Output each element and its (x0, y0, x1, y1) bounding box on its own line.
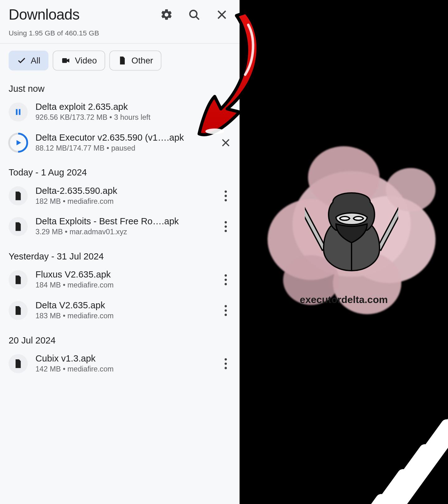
resume-icon[interactable] (9, 133, 28, 152)
chip-other[interactable]: Other (110, 51, 161, 71)
check-icon (17, 56, 26, 65)
more-icon[interactable] (218, 302, 234, 318)
svg-point-13 (225, 190, 227, 192)
file-meta: 926.56 KB/173.72 MB • 3 hours left (35, 113, 210, 122)
file-row[interactable]: Delta V2.635.apk 183 MB • mediafire.com (0, 295, 240, 326)
chip-all[interactable]: All (9, 51, 49, 71)
svg-point-27 (225, 367, 227, 369)
more-icon[interactable] (218, 272, 234, 287)
chip-label: Video (75, 56, 97, 66)
file-name: Delta Exploits - Best Free Ro….apk (35, 216, 210, 226)
svg-point-26 (225, 362, 227, 365)
svg-point-20 (225, 278, 227, 281)
group-justnow: Just now (0, 74, 240, 96)
svg-point-15 (225, 199, 227, 201)
header: Downloads (0, 0, 240, 25)
svg-rect-6 (19, 109, 20, 115)
svg-point-14 (225, 194, 227, 197)
group-today: Today - 1 Aug 2024 (0, 158, 240, 180)
chip-label: All (31, 56, 40, 66)
pause-icon[interactable] (9, 102, 28, 121)
chip-video[interactable]: Video (53, 51, 105, 71)
file-row[interactable]: Delta Exploits - Best Free Ro….apk 3.29 … (0, 211, 240, 242)
chip-label: Other (132, 56, 153, 66)
svg-rect-28 (305, 207, 326, 250)
more-icon[interactable] (218, 219, 234, 234)
file-icon (9, 217, 28, 236)
svg-rect-4 (62, 58, 67, 63)
file-row[interactable]: Cubix v1.3.apk 142 MB • mediafire.com (0, 348, 240, 379)
ninja-logo (305, 180, 398, 274)
file-name: Delta V2.635.apk (35, 300, 210, 310)
file-icon (9, 270, 28, 289)
file-icon (118, 56, 127, 65)
svg-point-19 (225, 274, 227, 276)
video-icon (61, 56, 71, 65)
filter-chips: All Video Other (0, 44, 240, 74)
file-name: Delta exploit 2.635.apk (35, 102, 210, 112)
page-title: Downloads (9, 6, 160, 23)
svg-line-1 (196, 16, 199, 19)
svg-point-24 (225, 314, 227, 316)
file-icon (9, 186, 28, 205)
file-icon (9, 354, 28, 373)
svg-point-18 (225, 230, 227, 232)
file-meta: 3.29 MB • mar.admav01.xyz (35, 228, 210, 237)
file-meta: 142 MB • mediafire.com (35, 365, 210, 374)
file-row[interactable]: Delta-2.635.590.apk 182 MB • mediafire.c… (0, 180, 240, 211)
storage-usage: Using 1.95 GB of 460.15 GB (0, 25, 240, 44)
file-meta: 88.12 MB/174.77 MB • paused (35, 144, 210, 153)
svg-point-21 (225, 283, 227, 285)
file-name: Delta Executor v2.635.590 (v1….apk (35, 132, 210, 142)
file-meta: 184 MB • mediafire.com (35, 281, 210, 290)
group-jul20: 20 Jul 2024 (0, 326, 240, 348)
cancel-download-icon[interactable] (218, 135, 234, 150)
file-name: Cubix v1.3.apk (35, 353, 210, 364)
svg-point-17 (225, 225, 227, 227)
cancel-download-icon[interactable] (218, 104, 234, 119)
watermark-text: executordelta.com (240, 294, 448, 306)
stripe-decor (419, 0, 448, 32)
file-name: Delta-2.635.590.apk (35, 185, 210, 196)
file-meta: 183 MB • mediafire.com (35, 312, 210, 320)
close-icon[interactable] (215, 8, 228, 21)
svg-point-23 (225, 309, 227, 311)
svg-point-16 (225, 221, 227, 223)
svg-point-25 (225, 358, 227, 360)
file-row[interactable]: Fluxus V2.635.apk 184 MB • mediafire.com (0, 264, 240, 295)
file-name: Fluxus V2.635.apk (35, 269, 210, 280)
svg-rect-5 (16, 109, 17, 115)
promo-art: executordelta.com (240, 0, 448, 504)
group-yesterday: Yesterday - 31 Jul 2024 (0, 242, 240, 264)
more-icon[interactable] (218, 188, 234, 203)
more-icon[interactable] (218, 356, 234, 371)
file-meta: 182 MB • mediafire.com (35, 197, 210, 206)
file-icon (9, 301, 28, 320)
svg-point-0 (190, 10, 197, 17)
stripe-decor (400, 0, 448, 4)
gear-icon[interactable] (160, 8, 173, 21)
search-icon[interactable] (188, 8, 201, 21)
download-row-paused[interactable]: Delta Executor v2.635.590 (v1….apk 88.12… (0, 127, 240, 158)
download-row-active[interactable]: Delta exploit 2.635.apk 926.56 KB/173.72… (0, 96, 240, 127)
svg-point-22 (225, 305, 227, 307)
svg-rect-29 (377, 207, 398, 250)
